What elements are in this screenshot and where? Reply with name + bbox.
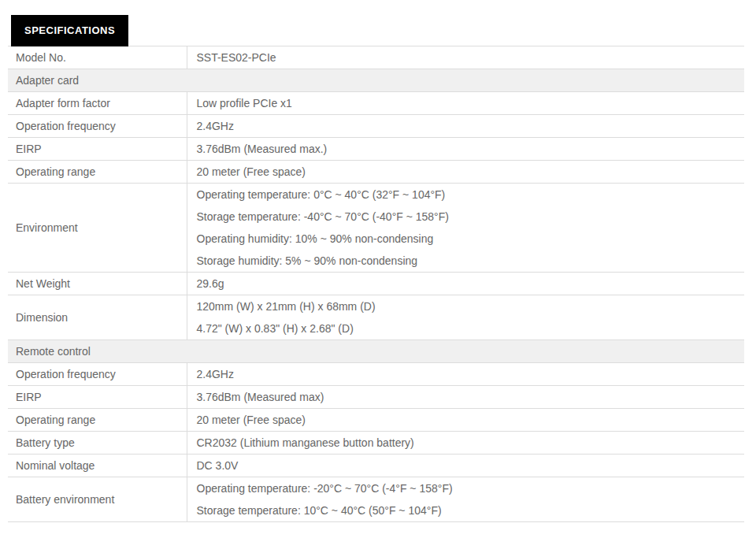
section-header-row: Adapter card — [8, 69, 744, 92]
spec-value-line: 20 meter (Free space) — [197, 161, 736, 183]
spec-label: Environment — [8, 184, 187, 273]
spec-value-line: 120mm (W) x 21mm (H) x 68mm (D) — [197, 295, 736, 317]
spec-value: 2.4GHz — [187, 115, 744, 138]
spec-row: Operation frequency2.4GHz — [8, 363, 744, 386]
spec-value-line: 4.72" (W) x 0.83" (H) x 2.68" (D) — [197, 317, 736, 339]
spec-value-line: 20 meter (Free space) — [197, 409, 736, 431]
spec-value: Low profile PCIe x1 — [187, 92, 744, 115]
spec-label: EIRP — [8, 138, 187, 161]
spec-value-line: DC 3.0V — [197, 455, 736, 477]
spec-row: Operating range20 meter (Free space) — [8, 409, 744, 432]
spec-value-line: 2.4GHz — [197, 115, 736, 137]
spec-value-line: Storage temperature: -40°C ~ 70°C (-40°F… — [197, 206, 736, 228]
spec-value: DC 3.0V — [187, 455, 744, 477]
spec-value: 3.76dBm (Measured max) — [187, 386, 744, 409]
spec-value-line: CR2032 (Lithium manganese button battery… — [197, 432, 736, 454]
spec-value-line: Storage humidity: 5% ~ 90% non-condensin… — [197, 250, 736, 272]
spec-value: 20 meter (Free space) — [187, 409, 744, 432]
spec-label: Operation frequency — [8, 363, 187, 386]
spec-value: 20 meter (Free space) — [187, 161, 744, 184]
spec-value: 3.76dBm (Measured max.) — [187, 138, 744, 161]
spec-row: Operation frequency2.4GHz — [8, 115, 744, 138]
section-header-row: Remote control — [8, 340, 744, 363]
spec-value: 120mm (W) x 21mm (H) x 68mm (D)4.72" (W)… — [187, 295, 744, 340]
spec-label: Dimension — [8, 295, 187, 340]
spec-label: Net Weight — [8, 273, 187, 295]
spec-row: Operating range20 meter (Free space) — [8, 161, 744, 184]
spec-value: CR2032 (Lithium manganese button battery… — [187, 432, 744, 455]
spec-label: Adapter form factor — [8, 92, 187, 115]
spec-row: Net Weight29.6g — [8, 273, 744, 295]
spec-value-line: Operating temperature: -20°C ~ 70°C (-4°… — [197, 477, 736, 499]
spec-row: EIRP3.76dBm (Measured max.) — [8, 138, 744, 161]
spec-row: Dimension120mm (W) x 21mm (H) x 68mm (D)… — [8, 295, 744, 340]
spec-value-line: Storage temperature: 10°C ~ 40°C (50°F ~… — [197, 499, 736, 521]
spec-value: Operating temperature: -20°C ~ 70°C (-4°… — [187, 477, 744, 522]
section-title: Remote control — [8, 340, 744, 363]
specifications-tab[interactable]: SPECIFICATIONS — [11, 15, 128, 46]
spec-value-line: 3.76dBm (Measured max) — [197, 386, 736, 408]
spec-row: Nominal voltageDC 3.0V — [8, 455, 744, 477]
spec-value-line: Operating humidity: 10% ~ 90% non-conden… — [197, 228, 736, 250]
specifications-table: Model No.SST-ES02-PCIeAdapter cardAdapte… — [8, 46, 744, 522]
spec-value: 29.6g — [187, 273, 744, 295]
spec-row: Adapter form factorLow profile PCIe x1 — [8, 92, 744, 115]
section-title: Adapter card — [8, 69, 744, 92]
spec-row: Battery environmentOperating temperature… — [8, 477, 744, 522]
spec-value: Operating temperature: 0°C ~ 40°C (32°F … — [187, 184, 744, 273]
spec-row: Battery typeCR2032 (Lithium manganese bu… — [8, 432, 744, 455]
spec-value-line: SST-ES02-PCIe — [197, 46, 736, 69]
specifications-page: SPECIFICATIONS Model No.SST-ES02-PCIeAda… — [8, 15, 744, 522]
spec-label: Nominal voltage — [8, 455, 187, 477]
spec-value-line: 29.6g — [197, 273, 736, 295]
spec-row: Model No.SST-ES02-PCIe — [8, 46, 744, 69]
spec-label: Operating range — [8, 161, 187, 184]
spec-value-line: 3.76dBm (Measured max.) — [197, 138, 736, 160]
spec-label: Battery environment — [8, 477, 187, 522]
spec-label: Model No. — [8, 46, 187, 69]
spec-row: EnvironmentOperating temperature: 0°C ~ … — [8, 184, 744, 273]
spec-label: Operation frequency — [8, 115, 187, 138]
spec-label: Battery type — [8, 432, 187, 455]
spec-row: EIRP3.76dBm (Measured max) — [8, 386, 744, 409]
spec-value: 2.4GHz — [187, 363, 744, 386]
spec-label: EIRP — [8, 386, 187, 409]
spec-label: Operating range — [8, 409, 187, 432]
spec-value: SST-ES02-PCIe — [187, 46, 744, 69]
specifications-tab-label: SPECIFICATIONS — [24, 24, 115, 36]
spec-value-line: Operating temperature: 0°C ~ 40°C (32°F … — [197, 184, 736, 206]
spec-value-line: 2.4GHz — [197, 363, 736, 385]
spec-value-line: Low profile PCIe x1 — [197, 92, 736, 114]
